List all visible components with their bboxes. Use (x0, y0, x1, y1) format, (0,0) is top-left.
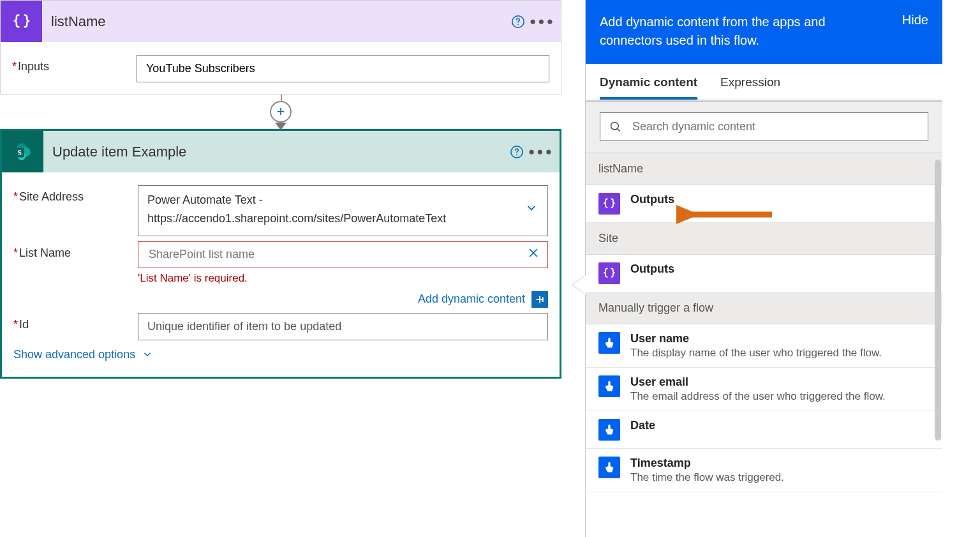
trigger-output-icon (598, 419, 620, 441)
chevron-down-icon (142, 349, 153, 360)
dynamic-panel-header: Add dynamic content from the apps and co… (586, 0, 942, 64)
compose-title: listName (42, 13, 506, 30)
add-dynamic-badge-icon[interactable] (531, 291, 548, 308)
dynamic-item-name: Outputs (630, 262, 674, 276)
more-icon[interactable]: ●●● (530, 10, 554, 34)
dynamic-content-list[interactable]: listNameOutputsSiteOutputsManually trigg… (586, 153, 942, 537)
scrollbar-thumb[interactable] (935, 160, 941, 441)
update-item-title: Update item Example (43, 144, 505, 160)
dynamic-panel-tabs: Dynamic content Expression (586, 64, 942, 100)
dynamic-item-name: Outputs (630, 193, 674, 206)
dynamic-item-name: User name (630, 332, 882, 345)
help-icon[interactable] (505, 140, 529, 164)
inputs-label: *Inputs (12, 55, 137, 73)
dynamic-group-header: Site (586, 223, 942, 255)
dynamic-content-panel: Add dynamic content from the apps and co… (585, 0, 942, 537)
trigger-output-icon (598, 375, 620, 397)
list-name-input[interactable] (138, 241, 548, 268)
panel-callout-pointer (573, 276, 586, 294)
dynamic-item-description: The email address of the user who trigge… (630, 390, 886, 403)
hide-panel-link[interactable]: Hide (902, 13, 928, 27)
site-address-dropdown[interactable]: Power Automate Text - https://accendo1.s… (138, 185, 548, 236)
dynamic-content-item[interactable]: User emailThe email address of the user … (586, 368, 942, 411)
search-dynamic-content[interactable] (600, 112, 928, 141)
connector: + (0, 95, 561, 129)
svg-point-1 (517, 24, 519, 25)
dynamic-content-item[interactable]: Outputs (586, 255, 942, 292)
svg-point-8 (516, 154, 517, 155)
svg-line-15 (618, 128, 620, 131)
id-label: *Id (13, 313, 138, 331)
compose-header[interactable]: listName ●●● (1, 1, 561, 42)
site-address-label: *Site Address (13, 185, 138, 204)
add-dynamic-content-link[interactable]: Add dynamic content (418, 292, 525, 306)
dynamic-content-item[interactable]: Outputs (586, 185, 942, 223)
dynamic-group-header: Manually trigger a flow (586, 292, 942, 324)
svg-text:S: S (17, 149, 22, 157)
dynamic-item-description: The time the flow was triggered. (630, 471, 784, 484)
dynamic-content-item[interactable]: User nameThe display name of the user wh… (586, 324, 942, 368)
help-icon[interactable] (506, 10, 530, 34)
compose-output-icon (598, 262, 620, 284)
dynamic-content-item[interactable]: TimestampThe time the flow was triggered… (586, 449, 942, 492)
list-name-label: *List Name (13, 241, 138, 260)
show-advanced-options[interactable]: Show advanced options (13, 340, 548, 365)
id-input[interactable] (138, 313, 548, 340)
inputs-field[interactable] (137, 55, 549, 82)
dynamic-item-name: Date (630, 419, 655, 432)
compose-action-card[interactable]: listName ●●● *Inputs (0, 0, 561, 95)
dynamic-item-name: User email (630, 375, 886, 389)
list-name-error: 'List Name' is required. (138, 272, 548, 285)
clear-icon[interactable] (527, 246, 540, 263)
tab-expression[interactable]: Expression (720, 75, 780, 100)
dynamic-content-item[interactable]: Date (586, 411, 942, 449)
add-step-button[interactable]: + (270, 101, 292, 123)
trigger-output-icon (598, 457, 620, 478)
dynamic-group-header: listName (586, 153, 942, 185)
more-icon[interactable]: ●●● (529, 140, 553, 164)
compose-output-icon (598, 193, 620, 215)
update-item-header[interactable]: S Update item Example ●●● (2, 131, 560, 172)
sharepoint-icon: S (2, 131, 43, 172)
dynamic-item-description: The display name of the user who trigger… (630, 347, 882, 359)
search-icon (609, 121, 622, 133)
trigger-output-icon (598, 332, 620, 354)
dynamic-item-name: Timestamp (630, 457, 784, 470)
compose-icon (1, 1, 42, 42)
tab-dynamic-content[interactable]: Dynamic content (600, 75, 697, 100)
chevron-down-icon (524, 200, 538, 220)
update-item-card[interactable]: S Update item Example ●●● *Site Address … (0, 129, 561, 379)
svg-point-14 (611, 122, 619, 130)
